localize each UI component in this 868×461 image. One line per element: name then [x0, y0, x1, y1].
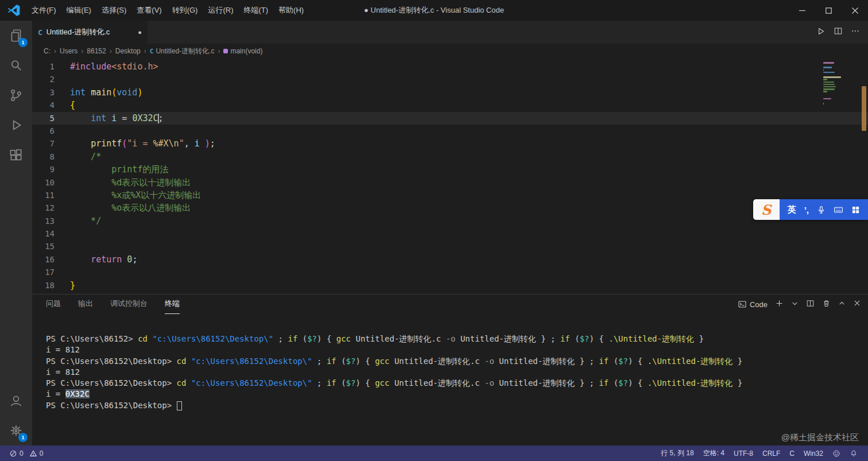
code-line-9[interactable]: 9 printf的用法: [32, 163, 868, 176]
terminal-output[interactable]: PS C:\Users\86152> cd "c:\Users\86152\De…: [32, 314, 868, 445]
code-line-13[interactable]: 13 */: [32, 215, 868, 227]
menu-item-6[interactable]: 终端(T): [238, 3, 273, 18]
token-tplain: }: [733, 357, 742, 366]
source-control-icon[interactable]: [0, 80, 32, 110]
ime-keyboard-icon[interactable]: [834, 205, 843, 215]
code-line-7[interactable]: 7 printf("i = %#X\n", i );: [32, 137, 868, 150]
menu-item-1[interactable]: 编辑(E): [61, 3, 96, 18]
new-terminal-icon[interactable]: [775, 299, 784, 310]
breadcrumb-item-5[interactable]: main(void): [223, 47, 262, 55]
code-line-5[interactable]: 5 int i = 0X32C;: [32, 112, 868, 125]
code-line-1[interactable]: 1#include<stdio.h>: [32, 60, 868, 73]
split-editor-icon[interactable]: [834, 26, 843, 38]
line-content: printf("i = %#X\n", i );: [70, 137, 215, 150]
token-str: <stdio.h>: [111, 61, 158, 72]
code-line-11[interactable]: 11 %x或%X以十六进制输出: [32, 189, 868, 202]
split-terminal-icon[interactable]: [806, 299, 815, 310]
code-line-16[interactable]: 16 return 0;: [32, 253, 868, 266]
accounts-icon[interactable]: [0, 386, 32, 416]
token-tplain: PS C:\Users\86152\Desktop>: [46, 357, 177, 366]
line-number: 18: [32, 279, 70, 292]
maximize-panel-icon[interactable]: [838, 299, 846, 309]
status-item-3[interactable]: CRLF: [758, 445, 785, 461]
ime-language-toggle[interactable]: 英: [788, 204, 796, 215]
menu-item-5[interactable]: 运行(R): [203, 3, 238, 18]
search-icon[interactable]: [0, 51, 32, 80]
run-debug-icon[interactable]: [0, 110, 32, 140]
minimap[interactable]: [823, 62, 858, 105]
tab-label: Untitled-进制转化.c: [46, 27, 110, 37]
notifications-bell-icon[interactable]: [845, 445, 862, 461]
token-tplain: }: [694, 334, 704, 343]
code-line-18[interactable]: 18}: [32, 279, 868, 292]
minimap-line: [823, 103, 824, 104]
breadcrumb-item-2[interactable]: 86152: [87, 47, 106, 55]
tab-untitled-file[interactable]: C Untitled-进制转化.c ●: [32, 21, 148, 44]
token-plain: ,: [184, 138, 195, 149]
breadcrumb-item-3[interactable]: Desktop: [115, 47, 141, 55]
terminal-line-4: i = 812: [46, 367, 863, 378]
ime-punctuation-toggle[interactable]: ’,: [804, 205, 809, 215]
code-line-10[interactable]: 10 %d表示以十进制输出: [32, 176, 868, 189]
code-lines: 1#include<stdio.h>23int main(void)4{5 in…: [32, 60, 868, 292]
token-tplain: i = 812: [46, 367, 80, 377]
line-number: 8: [32, 150, 70, 163]
terminal-profile[interactable]: Code: [738, 300, 768, 309]
close-panel-icon[interactable]: [853, 299, 861, 309]
kill-terminal-icon[interactable]: [822, 299, 831, 310]
ime-toolbox-icon[interactable]: [851, 206, 860, 214]
code-line-14[interactable]: 14: [32, 227, 868, 240]
panel-tab-0[interactable]: 问题: [46, 295, 61, 314]
token-tplain: Untitled-进制转化 } ;: [494, 357, 599, 366]
explorer-icon[interactable]: 1: [0, 21, 32, 51]
menu-item-0[interactable]: 文件(F): [26, 3, 61, 18]
token-tplain: ) {: [628, 378, 648, 388]
dirty-indicator-icon[interactable]: ●: [138, 29, 142, 36]
run-file-icon[interactable]: [816, 26, 826, 38]
minimize-button[interactable]: [789, 0, 815, 21]
panel-tab-3[interactable]: 终端: [165, 295, 180, 314]
code-line-3[interactable]: 3int main(void): [32, 86, 868, 99]
code-line-12[interactable]: 12 %o表示以八进制输出: [32, 202, 868, 214]
terminal-dropdown-icon[interactable]: [791, 299, 799, 309]
panel-tab-1[interactable]: 输出: [78, 295, 93, 314]
menu-item-2[interactable]: 选择(S): [96, 3, 131, 18]
status-item-5[interactable]: Win32: [799, 445, 828, 461]
extensions-icon[interactable]: [0, 140, 32, 170]
breadcrumb-item-0[interactable]: C:: [44, 47, 51, 55]
feedback-smiley-icon[interactable]: [828, 445, 845, 461]
menu-item-7[interactable]: 帮助(H): [273, 3, 309, 18]
breadcrumb-item-1[interactable]: Users: [60, 47, 78, 55]
token-tplain: PS C:\Users\86152\Desktop>: [46, 378, 177, 388]
menu-item-4[interactable]: 转到(G): [167, 3, 203, 18]
ime-mic-icon[interactable]: [817, 206, 826, 214]
status-item-4[interactable]: C: [785, 445, 799, 461]
line-content: %d表示以十进制输出: [70, 176, 191, 189]
maximize-button[interactable]: [815, 0, 842, 21]
code-line-15[interactable]: 15: [32, 240, 868, 253]
code-line-2[interactable]: 2: [32, 73, 868, 86]
code-line-4[interactable]: 4{: [32, 99, 868, 111]
overview-ruler[interactable]: [860, 59, 868, 294]
more-actions-icon[interactable]: [851, 26, 860, 38]
menu-item-3[interactable]: 查看(V): [131, 3, 166, 18]
ime-toolbar[interactable]: S 英 ’,: [753, 199, 868, 220]
minimap-line: [823, 82, 834, 83]
status-item-0[interactable]: 行 5, 列 18: [656, 445, 698, 461]
problems-status[interactable]: 0 0: [6, 445, 46, 461]
settings-gear-icon[interactable]: 1: [0, 416, 32, 445]
code-line-6[interactable]: 6: [32, 125, 868, 137]
sogou-logo[interactable]: S: [753, 199, 780, 220]
status-item-2[interactable]: UTF-8: [729, 445, 758, 461]
line-content: /*: [70, 150, 101, 163]
token-tplain: ) {: [355, 357, 375, 366]
terminal-line-2: i = 812: [46, 344, 863, 355]
code-line-8[interactable]: 8 /*: [32, 150, 868, 163]
code-editor[interactable]: 1#include<stdio.h>23int main(void)4{5 in…: [32, 59, 868, 294]
code-line-17[interactable]: 17: [32, 266, 868, 278]
panel-tab-2[interactable]: 调试控制台: [110, 295, 148, 314]
breadcrumb-item-4[interactable]: CUntitled-进制转化.c: [150, 47, 215, 56]
token-esc: %#X: [153, 138, 169, 149]
close-window-button[interactable]: [842, 0, 868, 21]
status-item-1[interactable]: 空格: 4: [699, 445, 729, 461]
